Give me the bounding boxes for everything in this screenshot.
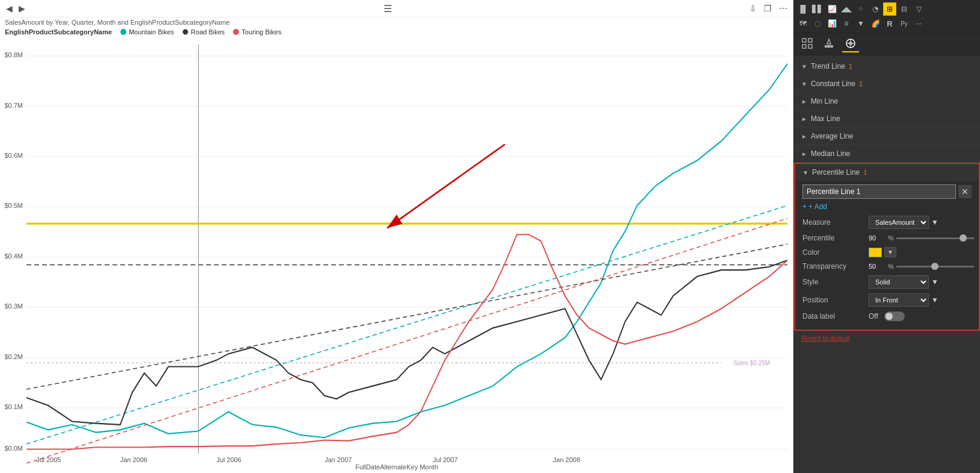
add-label: + Add	[808, 202, 827, 211]
chart-area: ◀ ▶ ☰ ⇩ ❐ ⋯ SalesAmount by Year, Quarter…	[0, 0, 793, 473]
section-header-max[interactable]: ► Max Line	[794, 110, 980, 127]
section-header-constant[interactable]: ▼ Constant Line 1	[794, 75, 980, 92]
data-label-toggle[interactable]	[884, 312, 905, 321]
transparency-label: Transparency	[802, 262, 869, 271]
section-header-average[interactable]: ► Average Line	[794, 128, 980, 145]
svg-text:$0.6M: $0.6M	[4, 152, 23, 159]
menu-icon[interactable]: ☰	[383, 3, 392, 14]
right-panel: ▐▌ ▋▋ 📈 ◢◣ ⁘ ◔ ⊞ ⊟ ▽ 🗺 ◌ 📊 ≡ ▼ 🌈 R Py ··…	[793, 0, 980, 473]
toolbar-matrix[interactable]: ⊟	[898, 2, 911, 16]
section-header-min[interactable]: ► Min Line	[794, 93, 980, 110]
toolbar-kpi[interactable]: 📊	[825, 17, 839, 30]
position-select[interactable]: In Front Behind	[869, 293, 929, 307]
section-percentile-line: ▼ Percentile Line 1 ✕ + + Add Measure	[794, 163, 980, 331]
toolbar-row-2: 🗺 ◌ 📊 ≡ ▼ 🌈 R Py ···	[796, 17, 925, 30]
back-icon[interactable]: ◀	[5, 2, 14, 14]
toolbar-r[interactable]: R	[883, 17, 896, 30]
toolbar-bar-chart[interactable]: ▐▌	[796, 2, 810, 16]
data-label-row: Data label Off	[802, 312, 972, 321]
style-dropdown-arrow: ▼	[931, 278, 938, 286]
toolbar-line-chart[interactable]: 📈	[825, 2, 839, 16]
toolbar-pie[interactable]: ◔	[869, 2, 882, 16]
measure-dropdown-arrow: ▼	[931, 218, 938, 227]
toolbar-more-visuals[interactable]: ···	[912, 17, 925, 30]
svg-text:Jul 2007: Jul 2007	[433, 456, 458, 463]
style-row: Style Solid Dashed Dotted ▼	[802, 275, 972, 289]
svg-text:Jul 2006: Jul 2006	[216, 456, 241, 463]
transparency-unit: %	[888, 263, 894, 270]
tab-format[interactable]	[820, 36, 837, 52]
section-label-min: Min Line	[811, 97, 838, 105]
forward-icon[interactable]: ▶	[17, 2, 26, 14]
toolbar-rainbow[interactable]: 🌈	[869, 17, 882, 30]
add-icon: +	[802, 202, 807, 211]
toolbar-py[interactable]: Py	[898, 17, 911, 30]
chart-topbar: ◀ ▶ ☰ ⇩ ❐ ⋯	[0, 0, 793, 17]
percentile-header: ✕	[802, 184, 972, 199]
style-label: Style	[802, 278, 869, 286]
add-link[interactable]: + + Add	[802, 202, 827, 211]
legend-label-touring: Touring Bikes	[241, 28, 281, 36]
color-label: Color	[802, 248, 869, 257]
badge-percentile: 1	[863, 169, 867, 176]
svg-text:Jan 2006: Jan 2006	[120, 456, 147, 463]
toolbar-filter[interactable]: ▼	[854, 17, 867, 30]
svg-text:$0.7M: $0.7M	[4, 101, 23, 108]
measure-value-container: SalesAmount ▼	[869, 216, 972, 229]
section-header-percentile[interactable]: ▼ Percentile Line 1	[795, 164, 979, 181]
percentile-label: Percentile	[802, 234, 869, 242]
svg-rect-37	[808, 45, 812, 48]
style-value-container: Solid Dashed Dotted ▼	[869, 275, 972, 289]
svg-line-24	[26, 244, 787, 389]
svg-rect-34	[802, 39, 806, 42]
section-header-trend[interactable]: ▼ Trend Line 1	[794, 58, 980, 75]
download-icon[interactable]: ⇩	[748, 2, 758, 14]
svg-text:$0.5M: $0.5M	[4, 202, 23, 209]
badge-constant: 1	[859, 80, 863, 87]
percentile-value: 90	[869, 234, 885, 242]
legend-item-mountain: Mountain Bikes	[120, 28, 174, 36]
revert-link[interactable]: Revert to default	[794, 331, 980, 345]
measure-select[interactable]: SalesAmount	[869, 216, 929, 229]
svg-text:Jan 2007: Jan 2007	[324, 456, 352, 463]
legend-dot-mountain	[120, 29, 126, 35]
color-dropdown-btn[interactable]: ▼	[884, 247, 896, 257]
toolbar-scatter[interactable]: ⁘	[854, 2, 867, 16]
more-icon[interactable]: ⋯	[778, 2, 789, 14]
color-swatch[interactable]	[869, 248, 882, 257]
section-label-constant: Constant Line	[811, 80, 855, 88]
tab-fields[interactable]	[799, 36, 816, 52]
svg-text:$0.8M: $0.8M	[4, 51, 23, 58]
section-header-median[interactable]: ► Median Line	[794, 145, 980, 162]
chart-legend: EnglishProductSubcategoryName Mountain B…	[0, 27, 793, 38]
svg-rect-35	[802, 45, 806, 48]
toolbar-map[interactable]: 🗺	[796, 17, 810, 30]
legend-label-road: Road Bikes	[191, 28, 225, 36]
toolbar-gauge[interactable]: ◌	[811, 17, 824, 30]
topbar-icons: ◀ ▶	[5, 2, 26, 14]
data-label-off-text: Off	[869, 312, 878, 321]
percentile-value-container: 90 %	[869, 234, 974, 242]
transparency-value-container: 50 %	[869, 263, 974, 270]
percentile-row: Percentile 90 %	[802, 234, 972, 242]
percentile-expanded: ✕ + + Add Measure SalesAmount ▼	[795, 181, 979, 330]
percentile-close-btn[interactable]: ✕	[958, 185, 972, 198]
legend-item-touring: Touring Bikes	[233, 28, 281, 36]
percentile-title-input[interactable]	[802, 184, 956, 199]
measure-row: Measure SalesAmount ▼	[802, 216, 972, 229]
transparency-slider[interactable]	[896, 266, 974, 268]
expand-icon[interactable]: ❐	[763, 2, 773, 14]
toolbar-slicer[interactable]: ≡	[840, 17, 853, 30]
percentile-slider[interactable]	[896, 237, 974, 239]
section-label-median: Median Line	[811, 149, 850, 158]
tab-analytics[interactable]	[842, 36, 859, 52]
style-select[interactable]: Solid Dashed Dotted	[869, 275, 929, 289]
svg-text:$0.4M: $0.4M	[4, 252, 23, 259]
toolbar-funnel[interactable]: ▽	[912, 2, 925, 16]
color-row: Color ▼	[802, 247, 972, 257]
toolbar-column-chart[interactable]: ▋▋	[811, 2, 824, 16]
transparency-row: Transparency 50 %	[802, 262, 972, 271]
toolbar-area-chart[interactable]: ◢◣	[840, 2, 853, 16]
position-value-container: In Front Behind ▼	[869, 293, 972, 307]
toolbar-table[interactable]: ⊞	[883, 2, 896, 16]
